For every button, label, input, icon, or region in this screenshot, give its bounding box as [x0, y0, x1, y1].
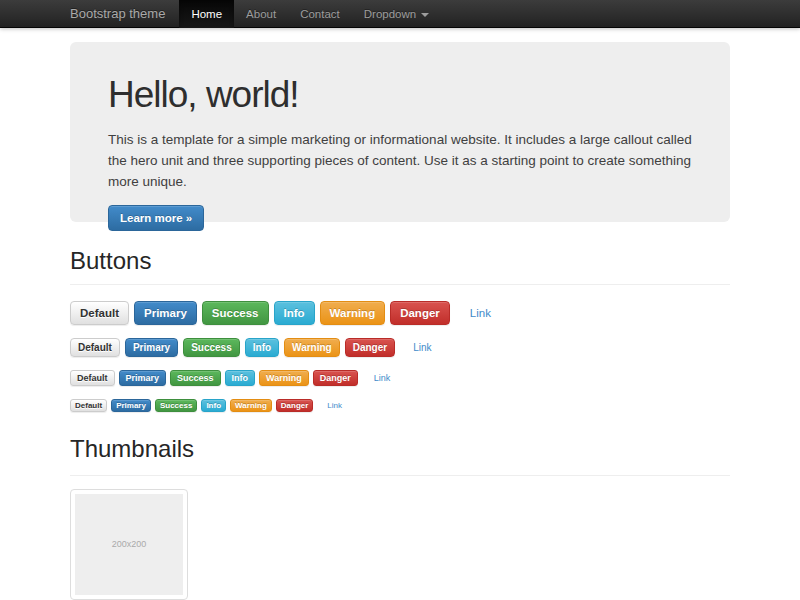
button-row-extra-small: Default Primary Success Info Warning Dan… — [70, 399, 730, 412]
primary-button-large[interactable]: Primary — [134, 301, 197, 325]
thumbnail[interactable]: 200x200 — [70, 489, 188, 600]
info-button-default[interactable]: Info — [245, 338, 279, 357]
button-row-default: Default Primary Success Info Warning Dan… — [70, 338, 730, 357]
danger-button-default[interactable]: Danger — [345, 338, 395, 357]
thumbnail-placeholder-text: 200x200 — [112, 539, 147, 549]
info-button-small[interactable]: Info — [225, 370, 256, 386]
primary-button-xs[interactable]: Primary — [111, 399, 151, 412]
hero-unit: Hello, world! This is a template for a s… — [70, 42, 730, 222]
success-button-small[interactable]: Success — [170, 370, 221, 386]
default-button-small[interactable]: Default — [70, 370, 115, 386]
buttons-section-heading: Buttons — [70, 248, 730, 285]
nav-item-about[interactable]: About — [234, 0, 288, 28]
thumbnails-section-heading: Thumbnails — [70, 436, 730, 475]
button-row-large: Default Primary Success Info Warning Dan… — [70, 301, 730, 325]
nav-item-dropdown-label: Dropdown — [364, 0, 416, 28]
nav-item-contact[interactable]: Contact — [288, 0, 352, 28]
default-button-large[interactable]: Default — [70, 301, 129, 325]
nav-item-dropdown[interactable]: Dropdown — [352, 0, 441, 28]
link-button-large[interactable]: Link — [461, 301, 500, 325]
danger-button-small[interactable]: Danger — [313, 370, 358, 386]
navbar-brand[interactable]: Bootstrap theme — [70, 0, 165, 28]
link-button-default[interactable]: Link — [406, 338, 438, 357]
navbar-inner: Bootstrap theme Home About Contact Dropd… — [70, 0, 730, 28]
link-button-small[interactable]: Link — [368, 370, 397, 386]
success-button-xs[interactable]: Success — [155, 399, 197, 412]
nav-item-about-label: About — [246, 0, 276, 28]
warning-button-default[interactable]: Warning — [284, 338, 340, 357]
link-button-xs[interactable]: Link — [323, 399, 346, 412]
nav-item-contact-label: Contact — [300, 0, 340, 28]
default-button-xs[interactable]: Default — [70, 399, 107, 412]
button-row-small: Default Primary Success Info Warning Dan… — [70, 370, 730, 386]
hero-description: This is a template for a simple marketin… — [108, 129, 692, 192]
nav-item-home-label: Home — [191, 0, 222, 28]
primary-button-small[interactable]: Primary — [119, 370, 167, 386]
success-button-default[interactable]: Success — [183, 338, 240, 357]
primary-button-default[interactable]: Primary — [125, 338, 178, 357]
nav-item-home[interactable]: Home — [179, 0, 234, 28]
warning-button-small[interactable]: Warning — [259, 370, 309, 386]
success-button-large[interactable]: Success — [202, 301, 269, 325]
hero-title: Hello, world! — [108, 75, 692, 116]
warning-button-xs[interactable]: Warning — [230, 399, 272, 412]
default-button-default[interactable]: Default — [70, 338, 120, 357]
learn-more-button[interactable]: Learn more » — [108, 205, 204, 231]
info-button-large[interactable]: Info — [274, 301, 315, 325]
danger-button-xs[interactable]: Danger — [276, 399, 314, 412]
info-button-xs[interactable]: Info — [201, 399, 226, 412]
navbar: Bootstrap theme Home About Contact Dropd… — [0, 0, 800, 28]
warning-button-large[interactable]: Warning — [320, 301, 386, 325]
caret-down-icon — [421, 13, 429, 17]
danger-button-large[interactable]: Danger — [390, 301, 450, 325]
thumbnail-placeholder-image: 200x200 — [75, 494, 183, 595]
